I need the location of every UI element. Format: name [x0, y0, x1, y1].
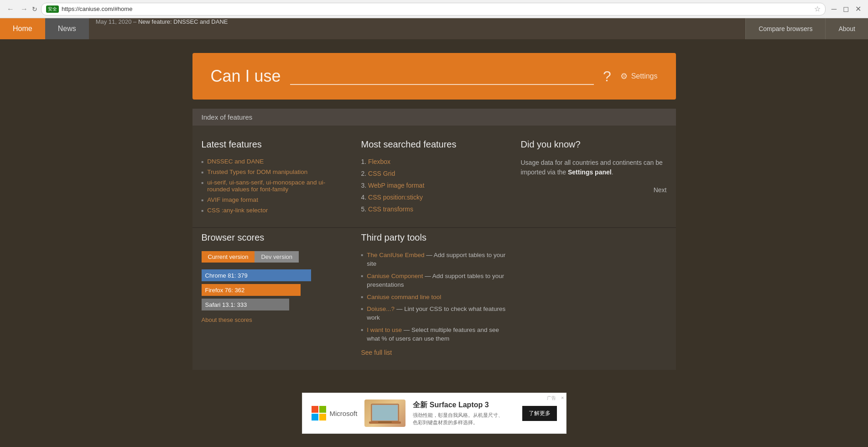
nav-compare[interactable]: Compare browsers [745, 18, 825, 39]
searched-link-2[interactable]: CSS Grid [368, 170, 395, 177]
list-item: DNSSEC and DANE [202, 158, 348, 165]
index-header-text: Index of features [202, 113, 253, 121]
url-text: https://caniuse.com/#home [62, 5, 132, 12]
nav-news[interactable]: News [45, 18, 89, 39]
main-container: Can I use ? ⚙ Settings Index of features… [183, 39, 685, 384]
list-item: I want to use — Select multiple features… [361, 326, 507, 343]
maximize-button[interactable]: ◻ [841, 4, 851, 14]
list-item: 5. CSS transforms [361, 205, 507, 213]
microsoft-logo-icon [312, 406, 326, 421]
safari-bar: Safari 13.1: 333 [202, 299, 289, 310]
ad-inner: Microsoft 全新 Surface Laptop 3 强劲性能，彰显自我风… [302, 393, 567, 434]
chrome-label: Chrome 81: 379 [205, 272, 248, 279]
did-you-know-section: Did you know? Usage data for all countri… [521, 139, 667, 214]
current-version-tab[interactable]: Current version [202, 251, 255, 263]
third-party-title: Third party tools [361, 232, 507, 243]
list-item: 1. Flexbox [361, 158, 507, 165]
ad-label: 广告 [547, 395, 556, 401]
feature-link-2[interactable]: Trusted Types for DOM manipulation [207, 168, 307, 175]
nav-left: Home News May 11, 2020 – New feature: DN… [0, 18, 234, 39]
ad-cta-button[interactable]: 了解更多 [522, 406, 557, 421]
firefox-label: Firefox 76: 362 [205, 287, 245, 294]
feature-link-3[interactable]: ui-serif, ui-sans-serif, ui-monospace an… [207, 179, 347, 193]
svg-rect-1 [372, 405, 398, 421]
most-searched-title: Most searched features [361, 139, 507, 150]
list-item: 2. CSS Grid [361, 170, 507, 177]
next-link[interactable]: Next [521, 186, 667, 194]
feature-link-4[interactable]: AVIF image format [207, 196, 258, 203]
ad-title: 全新 Surface Laptop 3 [413, 400, 515, 410]
list-item: The CanIUse Embed — Add support tables t… [361, 251, 507, 268]
feature-link-5[interactable]: CSS :any-link selector [207, 207, 268, 214]
question-mark-icon: ? [603, 68, 611, 85]
browser-chrome: ← → ↻ 安全 https://caniuse.com/#home ☆ ─ ◻… [0, 0, 868, 18]
list-item: Caniuse Component — Add support tables t… [361, 272, 507, 289]
searched-link-4[interactable]: CSS position:sticky [368, 194, 423, 201]
list-item: Trusted Types for DOM manipulation [202, 168, 348, 175]
bottom-grid: Browser scores Current version Dev versi… [192, 227, 676, 370]
ad-banner: Microsoft 全新 Surface Laptop 3 强劲性能，彰显自我风… [0, 384, 868, 443]
firefox-bar: Firefox 76: 362 [202, 284, 301, 296]
nav-buttons: ← → ↻ [5, 4, 37, 14]
ms-logo-red [312, 406, 318, 413]
close-window-button[interactable]: ✕ [853, 4, 863, 14]
searched-link-1[interactable]: Flexbox [368, 158, 390, 165]
tool-link-1[interactable]: The CanIUse Embed — Add support tables t… [367, 251, 507, 268]
search-input[interactable] [290, 68, 594, 85]
latest-features-section: Latest features DNSSEC and DANE Trusted … [202, 139, 348, 214]
version-tabs: Current version Dev version [202, 251, 348, 263]
forward-button[interactable]: → [18, 4, 30, 14]
searched-link-3[interactable]: WebP image format [368, 182, 424, 189]
see-full-list-link[interactable]: See full list [361, 349, 507, 356]
chrome-bar: Chrome 81: 379 [202, 269, 311, 281]
ms-logo-green [319, 406, 326, 413]
did-you-know-text: Usage data for all countries and contine… [521, 158, 667, 177]
nav-right: Compare browsers About [745, 18, 868, 39]
about-scores-link[interactable]: About these scores [202, 316, 252, 323]
address-bar[interactable]: 安全 https://caniuse.com/#home ☆ [41, 3, 826, 16]
list-item: Safari 13.1: 333 [202, 299, 348, 310]
did-you-know-title: Did you know? [521, 139, 667, 150]
most-searched-section: Most searched features 1. Flexbox 2. CSS… [361, 139, 507, 214]
list-item: Doiuse...? — Lint your CSS to check what… [361, 305, 507, 322]
ad-subtitle: 强劲性能，彰显自我风格。从机显尺寸、色彩到键盘材质的多样选择。 [413, 412, 515, 426]
security-badge: 安全 [46, 5, 59, 13]
nav-news-date: May 11, 2020 – New feature: DNSSEC and D… [89, 18, 235, 39]
settings-button[interactable]: ⚙ Settings [620, 71, 658, 81]
tools-list: The CanIUse Embed — Add support tables t… [361, 251, 507, 343]
searched-link-5[interactable]: CSS transforms [368, 205, 413, 213]
nav-news-title: New feature: DNSSEC and DANE [138, 18, 228, 25]
ad-close-button[interactable]: × [561, 395, 564, 400]
nav-bar: Home News May 11, 2020 – New feature: DN… [0, 18, 868, 39]
list-item: 3. WebP image format [361, 182, 507, 189]
feature-list: DNSSEC and DANE Trusted Types for DOM ma… [202, 158, 348, 214]
list-item: Firefox 76: 362 [202, 284, 348, 296]
dev-version-tab[interactable]: Dev version [255, 251, 299, 263]
settings-label: Settings [631, 72, 658, 80]
tool-link-5[interactable]: I want to use — Select multiple features… [367, 326, 507, 343]
third-party-section: Third party tools The CanIUse Embed — Ad… [361, 232, 507, 356]
laptop-icon [364, 400, 405, 427]
chrome-actions: ─ ◻ ✕ [829, 4, 863, 14]
index-header: Index of features [192, 109, 676, 126]
latest-features-title: Latest features [202, 139, 348, 150]
tool-link-4[interactable]: Doiuse...? — Lint your CSS to check what… [367, 305, 507, 322]
refresh-button[interactable]: ↻ [32, 4, 37, 14]
nav-about[interactable]: About [825, 18, 868, 39]
feature-link-1[interactable]: DNSSEC and DANE [207, 158, 264, 165]
tool-link-2[interactable]: Caniuse Component — Add support tables t… [367, 272, 507, 289]
ad-image [364, 400, 405, 427]
nav-home[interactable]: Home [0, 18, 45, 39]
ad-text-content: 全新 Surface Laptop 3 强劲性能，彰显自我风格。从机显尺寸、色彩… [413, 400, 515, 426]
safari-label: Safari 13.1: 333 [205, 301, 247, 308]
tool-link-3[interactable]: Caniuse command line tool [367, 293, 441, 302]
list-item: ui-serif, ui-sans-serif, ui-monospace an… [202, 179, 348, 193]
back-button[interactable]: ← [5, 4, 16, 14]
ad-brand: Microsoft [330, 410, 358, 417]
search-hero: Can I use ? ⚙ Settings [192, 53, 676, 100]
bookmark-button[interactable]: ☆ [814, 5, 821, 13]
browser-bar-container: Chrome 81: 379 Firefox 76: 362 Safari 13… [202, 269, 348, 310]
minimize-button[interactable]: ─ [829, 4, 839, 14]
search-input-wrapper [290, 68, 594, 85]
ad-logo: Microsoft [312, 406, 358, 421]
